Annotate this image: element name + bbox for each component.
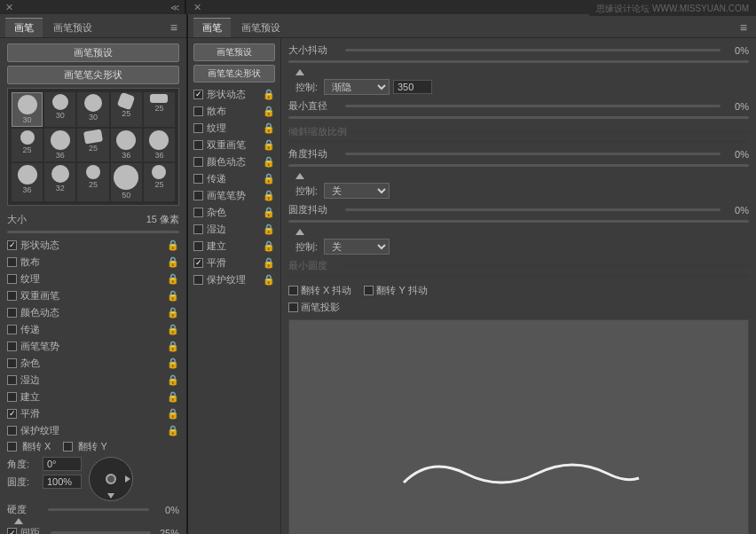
roundness-input[interactable] (43, 475, 82, 489)
shape-dynamics-label: 形状动态 (20, 239, 59, 252)
scatter-cb[interactable] (7, 257, 17, 267)
flip-y-cb[interactable] (63, 442, 73, 452)
roundness-jitter-label: 圆度抖动 (288, 203, 342, 216)
noise-cb[interactable] (7, 358, 17, 368)
brush-item-13[interactable]: 25 (77, 163, 108, 201)
angle-jitter-label: 角度抖动 (288, 147, 342, 161)
collapse-icon-left[interactable]: ≪ (170, 3, 179, 12)
r-texture-cb[interactable] (193, 123, 203, 133)
right-panel-menu[interactable]: ≡ (736, 19, 751, 36)
brush-projection-cb[interactable] (288, 302, 298, 312)
build-cb[interactable] (7, 392, 17, 402)
hardness-value: 0% (154, 505, 179, 515)
size-value: 15 像素 (146, 213, 179, 226)
size-jitter-slider[interactable] (345, 49, 721, 51)
r-shape-cb[interactable] (193, 90, 203, 99)
spacing-value: 25% (154, 528, 179, 535)
color-dynamics-cb[interactable] (7, 308, 17, 318)
left-tab-preset[interactable]: 画笔预设 (44, 18, 101, 37)
min-diameter-slider[interactable] (345, 105, 721, 107)
control2-label: 控制: (295, 185, 320, 198)
smooth-label: 平滑 (20, 407, 40, 420)
r-texture-label: 纹理 (207, 122, 226, 135)
left-panel-menu[interactable]: ≡ (167, 19, 181, 36)
brush-pose-cb[interactable] (7, 342, 17, 351)
smooth-cb[interactable] (7, 409, 17, 419)
brush-item-15[interactable]: 25 (144, 163, 175, 201)
brush-grid: 30 30 30 25 (7, 88, 179, 206)
r-brushpose-cb[interactable] (193, 191, 203, 200)
right-tip-button[interactable]: 画笔笔尖形状 (193, 65, 275, 82)
wet-edges-cb[interactable] (7, 375, 17, 385)
texture-label: 纹理 (20, 272, 40, 286)
protect-texture-cb[interactable] (7, 426, 17, 436)
brush-item-1[interactable]: 30 (12, 92, 43, 127)
flip-y-jitter-label: 翻转 Y 抖动 (376, 284, 427, 297)
flip-y-label: 翻转 Y (78, 440, 106, 453)
texture-cb[interactable] (7, 274, 17, 284)
r-protect-cb[interactable] (193, 275, 203, 285)
brush-item-2[interactable]: 30 (44, 92, 75, 127)
angle-input[interactable] (43, 457, 82, 471)
left-tab-brush[interactable]: 画笔 (5, 18, 43, 37)
shape-dynamics-cb[interactable] (7, 240, 17, 250)
spacing-cb[interactable] (7, 528, 17, 534)
hardness-slider[interactable] (48, 508, 149, 511)
roundness-label: 圆度: (7, 475, 39, 489)
control-value-input[interactable] (393, 80, 432, 94)
brush-item-8[interactable]: 25 (77, 129, 108, 161)
brush-item-3[interactable]: 30 (77, 92, 108, 127)
right-tab-preset[interactable]: 画笔预设 (232, 18, 289, 37)
r-build-label: 建立 (207, 240, 226, 253)
roundness-jitter-slider[interactable] (345, 208, 721, 211)
min-roundness-slider (345, 264, 749, 267)
flip-x-jitter-label: 翻转 X 抖动 (301, 284, 351, 297)
flip-y-jitter-cb[interactable] (364, 286, 374, 295)
r-scatter-cb[interactable] (193, 106, 203, 116)
triangle-marker-left (14, 518, 23, 524)
dual-brush-label: 双重画笔 (20, 289, 59, 302)
dual-brush-cb[interactable] (7, 291, 17, 301)
size-jitter-value: 0% (724, 45, 749, 56)
control-select[interactable]: 渐隐 关 钢笔压力 (324, 79, 390, 95)
brush-item-14[interactable]: 50 (111, 163, 142, 201)
brush-item-4[interactable]: 25 (111, 92, 142, 127)
transfer-label: 传递 (20, 323, 40, 336)
left-tip-button[interactable]: 画笔笔尖形状 (7, 66, 179, 84)
r-wet-cb[interactable] (193, 224, 203, 234)
brush-item-12[interactable]: 32 (44, 163, 75, 201)
flip-x-jitter-cb[interactable] (288, 286, 298, 295)
flip-x-cb[interactable] (7, 442, 17, 452)
size-jitter-track (288, 60, 749, 63)
r-shape-label: 形状动态 (207, 88, 246, 101)
transfer-cb[interactable] (7, 325, 17, 334)
brush-item-10[interactable]: 36 (144, 129, 175, 161)
r-color-cb[interactable] (193, 157, 203, 167)
close-icon-right[interactable]: ✕ (193, 2, 201, 13)
brush-item-9[interactable]: 36 (111, 129, 142, 161)
angle-wheel[interactable] (89, 457, 133, 501)
r-build-cb[interactable] (193, 241, 203, 251)
r-transfer-cb[interactable] (193, 174, 203, 184)
brush-item-7[interactable]: 36 (44, 129, 75, 161)
angle-jitter-slider[interactable] (345, 153, 721, 155)
triangle-size (295, 69, 304, 75)
right-preset-button[interactable]: 画笔预设 (193, 43, 275, 61)
right-tab-brush[interactable]: 画笔 (193, 18, 231, 37)
r-dual-cb[interactable] (193, 140, 203, 150)
brush-item-5[interactable]: 25 (144, 92, 175, 127)
r-noise-cb[interactable] (193, 208, 203, 217)
control3-select[interactable]: 关 渐隐 钢笔压力 (324, 239, 390, 255)
left-preset-button[interactable]: 画笔预设 (7, 43, 179, 62)
control-label: 控制: (295, 81, 320, 94)
size-slider[interactable] (7, 231, 179, 233)
close-icon-left[interactable]: ✕ (5, 2, 13, 13)
sections-list: 形状动态 🔒 散布 🔒 纹理 🔒 双重画 (7, 237, 179, 438)
size-label: 大小 (7, 213, 27, 226)
brush-item-11[interactable]: 36 (12, 163, 43, 201)
r-smooth-cb[interactable] (193, 258, 203, 268)
control2-select[interactable]: 关 渐隐 钢笔压力 (324, 183, 390, 199)
r-scatter-label: 散布 (207, 105, 226, 118)
brush-item-6[interactable]: 25 (12, 129, 43, 161)
min-diameter-value: 0% (724, 101, 749, 112)
